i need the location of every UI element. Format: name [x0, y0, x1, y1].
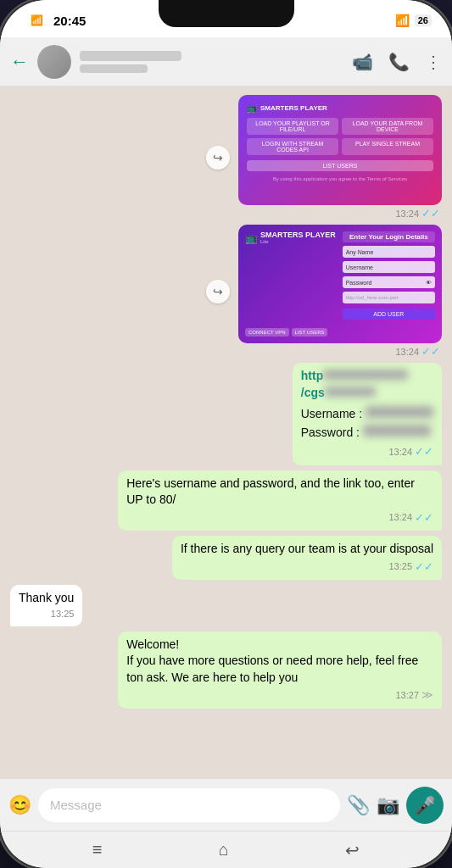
smarters-footer: By using this application you agree to t… — [247, 176, 433, 181]
smarters-btn-3: LOGIN WITH STREAM CODES API — [247, 138, 338, 155]
message-row: ↪ 📺 SMARTERS PLAYER LOAD YOUR PLAYLIST O… — [10, 95, 442, 220]
msg4-time: 13:24 — [388, 511, 412, 524]
smarters2-sub: Lite — [260, 239, 336, 244]
msg7-time: 13:27 — [395, 689, 419, 702]
query-text: If there is any query our team is at you… — [181, 541, 433, 558]
thankyou-bubble: Thank you 13:25 — [10, 585, 82, 626]
smarters2-list-users: LIST USERS — [292, 328, 328, 337]
welcome-bubble: Welcome! If you have more questions or n… — [118, 632, 442, 709]
notch — [159, 0, 294, 27]
smarters2-connect-vpn: CONNECT VPN — [245, 328, 289, 337]
url-text2: /cgs — [301, 385, 433, 402]
msg2-time: 13:24 — [395, 347, 419, 357]
msg3-time: 13:24 — [388, 446, 412, 459]
smarters2-title: Enter Your Login Details — [343, 231, 435, 242]
smarters2-field1: Any Name — [343, 246, 435, 258]
phone-frame: 📶 20:45 📶 26 ← 📹 📞 ⋮ — [0, 0, 452, 868]
nav-bar: ≡ ⌂ ↩ — [0, 831, 452, 868]
url-text: http — [301, 368, 433, 385]
contact-status — [80, 64, 148, 73]
smarters-list-btn: LIST USERS — [247, 160, 433, 171]
smarters2-field3: Password 👁 — [343, 276, 435, 288]
smarters-btn-2: LOAD YOUR DATA FROM DEVICE — [342, 118, 433, 135]
forward-icon-2[interactable]: ↪ — [206, 280, 230, 303]
smarters2-field2: Username — [343, 261, 435, 273]
video-call-icon[interactable]: 📹 — [352, 52, 373, 72]
smarters-header-1: 📺 SMARTERS PLAYER — [247, 103, 433, 113]
msg2-ticks: ✓✓ — [421, 345, 440, 358]
signal-icon: 📶 — [31, 14, 43, 26]
eye-icon: 👁 — [426, 280, 432, 286]
msg5-ticks: ✓✓ — [415, 559, 433, 575]
nav-menu-icon[interactable]: ≡ — [92, 840, 103, 860]
header-actions: 📹 📞 ⋮ — [352, 52, 442, 72]
smarters-btn-4: PLAY SINGLE STREAM — [342, 138, 433, 155]
battery-icon: 26 — [415, 14, 432, 26]
chat-messages: ↪ 📺 SMARTERS PLAYER LOAD YOUR PLAYLIST O… — [0, 86, 452, 778]
smarters2-logo: SMARTERS PLAYER — [260, 231, 336, 239]
query-bubble: If there is any query our team is at you… — [172, 536, 442, 580]
smarters-btn-1: LOAD YOUR PLAYLIST OR FILE/URL — [247, 118, 338, 135]
phone-screen: 📶 20:45 📶 26 ← 📹 📞 ⋮ — [0, 0, 452, 868]
wifi-icon: 📶 — [395, 14, 410, 27]
more-options-icon[interactable]: ⋮ — [425, 52, 442, 72]
smarters2-field4: http://url_here.com.port — [343, 292, 435, 303]
username-info-bubble: Here's username and password, and the li… — [118, 470, 442, 531]
msg1-time: 13:24 — [395, 209, 419, 219]
message-placeholder: Message — [50, 798, 102, 812]
contact-name — [80, 51, 181, 61]
msg7-ticks: ≫ — [421, 687, 433, 703]
thankyou-text: Thank you — [19, 590, 74, 607]
attach-button[interactable]: 📎 — [347, 794, 370, 816]
contact-info — [80, 51, 343, 73]
smarters-image-1: 📺 SMARTERS PLAYER LOAD YOUR PLAYLIST OR … — [238, 95, 442, 205]
credentials-bubble: http /cgs Username : Password : 13:24 ✓✓ — [293, 363, 442, 465]
mic-button[interactable]: 🎤 — [406, 787, 444, 824]
message-row: Welcome! If you have more questions or n… — [10, 632, 442, 709]
message-row: Here's username and password, and the li… — [10, 470, 442, 531]
password-label: Password : — [301, 425, 433, 442]
msg1-ticks: ✓✓ — [421, 207, 440, 220]
back-button[interactable]: ← — [10, 51, 29, 73]
smarters2-add-btn: ADD USER — [343, 309, 435, 320]
username-label: Username : — [301, 406, 433, 423]
msg4-ticks: ✓✓ — [415, 510, 433, 526]
welcome-text: Welcome! If you have more questions or n… — [126, 637, 433, 687]
username-info-text: Here's username and password, and the li… — [126, 476, 433, 509]
message-row: Thank you 13:25 — [10, 585, 442, 626]
forward-icon-1[interactable]: ↪ — [206, 146, 230, 170]
mic-icon: 🎤 — [415, 795, 436, 815]
avatar — [37, 45, 71, 79]
nav-home-icon[interactable]: ⌂ — [219, 840, 229, 860]
message-row: http /cgs Username : Password : 13:24 ✓✓ — [10, 363, 442, 465]
smarters-image-2: 📺 SMARTERS PLAYER Lite CONNECT VPN LIST … — [238, 225, 442, 343]
message-row: ↪ 📺 SMARTERS PLAYER Lite — [10, 225, 442, 358]
emoji-button[interactable]: 😊 — [8, 794, 31, 816]
msg5-time: 13:25 — [388, 560, 412, 573]
msg6-time: 13:25 — [51, 608, 75, 620]
msg3-ticks: ✓✓ — [415, 444, 433, 459]
nav-back-icon[interactable]: ↩ — [345, 840, 360, 860]
chat-input-bar: 😊 Message 📎 📷 🎤 — [0, 778, 452, 831]
chat-header: ← 📹 📞 ⋮ — [0, 37, 452, 86]
camera-button[interactable]: 📷 — [377, 794, 399, 816]
status-time: 20:45 — [53, 14, 86, 28]
message-input[interactable]: Message — [38, 788, 340, 822]
voice-call-icon[interactable]: 📞 — [388, 52, 410, 72]
message-row: If there is any query our team is at you… — [10, 536, 442, 580]
